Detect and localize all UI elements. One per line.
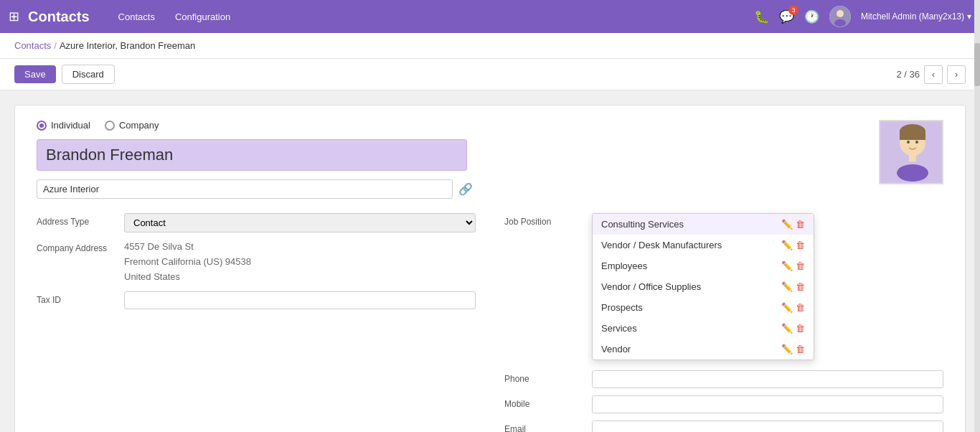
radio-individual-label: Individual [51, 120, 90, 131]
clock-icon[interactable]: 🕐 [804, 9, 819, 24]
email-label: Email [504, 421, 583, 432]
dropdown-label-services: Services [601, 323, 637, 334]
contact-avatar[interactable] [879, 120, 943, 184]
grid-icon[interactable]: ⊞ [9, 9, 19, 24]
dropdown-item-prospects[interactable]: Prospects ✏️ 🗑 [593, 297, 814, 318]
edit-icon-consulting[interactable]: ✏️ [781, 219, 793, 230]
breadcrumb: Contacts / Azure Interior, Brandon Freem… [0, 33, 980, 59]
edit-icon-vendor-office[interactable]: ✏️ [781, 281, 793, 292]
top-navbar: ⊞ Contacts Contacts Configuration 🐛 💬 3 … [0, 0, 980, 33]
dropdown-item-consulting[interactable]: Consulting Services ✏️ 🗑 [593, 214, 814, 235]
next-button[interactable]: › [947, 65, 966, 84]
delete-icon-vendor-desk[interactable]: 🗑 [796, 240, 805, 250]
name-input[interactable] [37, 139, 467, 171]
company-address-label: Company Address [37, 240, 116, 253]
prev-button[interactable]: ‹ [924, 65, 943, 84]
tax-id-field: Tax ID [37, 291, 476, 309]
edit-icon-prospects[interactable]: ✏️ [781, 302, 793, 313]
job-position-field: Job Position Consulting Services ✏️ 🗑 [504, 213, 943, 227]
right-column: Job Position Consulting Services ✏️ 🗑 [504, 213, 943, 432]
discard-button[interactable]: Discard [62, 65, 115, 84]
chat-icon[interactable]: 💬 3 [779, 9, 794, 24]
dropdown-item-vendor[interactable]: Vendor ✏️ 🗑 [593, 339, 814, 360]
form-card: Individual Company Azure Interior 🔗 Addr… [14, 105, 966, 432]
delete-icon-services[interactable]: 🗑 [796, 323, 805, 334]
breadcrumb-separator: / [54, 40, 57, 51]
phone-field: Phone [504, 370, 943, 388]
dropdown-actions-vendor-desk: ✏️ 🗑 [781, 240, 805, 250]
form-columns: Address Type Contact Company Address 455… [37, 213, 943, 432]
delete-icon-vendor-office[interactable]: 🗑 [796, 281, 805, 292]
company-address-value: 4557 De Silva St Fremont California (US)… [124, 240, 476, 284]
dropdown-item-services[interactable]: Services ✏️ 🗑 [593, 318, 814, 339]
radio-row: Individual Company [37, 120, 943, 131]
svg-point-7 [897, 164, 928, 182]
chat-badge: 3 [788, 5, 798, 15]
radio-individual-dot [37, 121, 47, 131]
edit-icon-vendor-desk[interactable]: ✏️ [781, 240, 793, 250]
external-link-icon[interactable]: 🔗 [458, 182, 473, 196]
company-select[interactable]: Azure Interior [37, 179, 453, 199]
phone-input[interactable] [592, 370, 943, 388]
dropdown-item-vendor-desk[interactable]: Vendor / Desk Manufacturers ✏️ 🗑 [593, 235, 814, 255]
mobile-label: Mobile [504, 395, 583, 409]
email-field: Email [504, 421, 943, 432]
app-title: Contacts [28, 9, 90, 25]
avatar[interactable] [829, 6, 851, 27]
svg-point-1 [837, 10, 844, 17]
dropdown-label-employees: Employees [601, 260, 647, 271]
svg-rect-8 [909, 153, 916, 161]
svg-point-10 [915, 141, 918, 144]
bug-icon[interactable]: 🐛 [754, 9, 769, 24]
dropdown-item-vendor-office[interactable]: Vendor / Office Supplies ✏️ 🗑 [593, 276, 814, 297]
delete-icon-vendor[interactable]: 🗑 [796, 344, 805, 354]
mobile-field: Mobile [504, 395, 943, 413]
user-menu[interactable]: Mitchell Admin (Many2x13) ▾ [861, 11, 971, 22]
address-line3: United States [124, 270, 476, 285]
dropdown-label-vendor: Vendor [601, 344, 631, 354]
address-line1: 4557 De Silva St [124, 240, 476, 255]
dropdown-label-prospects: Prospects [601, 302, 643, 313]
breadcrumb-root[interactable]: Contacts [14, 40, 51, 51]
tax-id-input[interactable] [124, 291, 476, 309]
delete-icon-prospects[interactable]: 🗑 [796, 302, 805, 313]
svg-point-9 [907, 141, 910, 144]
nav-configuration[interactable]: Configuration [166, 7, 239, 27]
dropdown-item-employees[interactable]: Employees ✏️ 🗑 [593, 255, 814, 276]
mobile-input[interactable] [592, 395, 943, 413]
nav-contacts[interactable]: Contacts [110, 7, 164, 27]
address-line2: Fremont California (US) 94538 [124, 255, 476, 270]
svg-rect-6 [900, 131, 925, 140]
address-type-select[interactable]: Contact [124, 213, 476, 233]
dropdown-actions-vendor-office: ✏️ 🗑 [781, 281, 805, 292]
dropdown-actions-employees: ✏️ 🗑 [781, 260, 805, 271]
main-content: Individual Company Azure Interior 🔗 Addr… [0, 90, 980, 432]
radio-company[interactable]: Company [105, 120, 159, 131]
svg-point-2 [834, 19, 846, 27]
phone-label: Phone [504, 370, 583, 384]
dropdown-actions-prospects: ✏️ 🗑 [781, 302, 805, 313]
edit-icon-employees[interactable]: ✏️ [781, 260, 793, 271]
scrollbar[interactable] [974, 0, 980, 432]
scrollbar-thumb[interactable] [974, 43, 980, 86]
save-button[interactable]: Save [14, 65, 56, 83]
job-position-label: Job Position [504, 213, 583, 227]
delete-icon-consulting[interactable]: 🗑 [796, 219, 805, 230]
user-dropdown-arrow: ▾ [967, 11, 971, 22]
job-position-dropdown: Consulting Services ✏️ 🗑 Vendor / Desk M… [592, 213, 814, 360]
delete-icon-employees[interactable]: 🗑 [796, 260, 805, 271]
navbar-menu: Contacts Configuration [110, 7, 240, 27]
address-type-field: Address Type Contact [37, 213, 476, 233]
email-input[interactable] [592, 421, 943, 432]
tax-id-label: Tax ID [37, 291, 116, 305]
action-bar: Save Discard 2 / 36 ‹ › [0, 59, 980, 90]
dropdown-actions-consulting: ✏️ 🗑 [781, 219, 805, 230]
left-column: Address Type Contact Company Address 455… [37, 213, 476, 432]
edit-icon-services[interactable]: ✏️ [781, 323, 793, 334]
radio-individual[interactable]: Individual [37, 120, 90, 131]
edit-icon-vendor[interactable]: ✏️ [781, 344, 793, 354]
dropdown-actions-services: ✏️ 🗑 [781, 323, 805, 334]
dropdown-label-vendor-office: Vendor / Office Supplies [601, 281, 701, 292]
radio-company-label: Company [119, 120, 159, 131]
navbar-right: 🐛 💬 3 🕐 Mitchell Admin (Many2x13) ▾ [754, 6, 971, 27]
